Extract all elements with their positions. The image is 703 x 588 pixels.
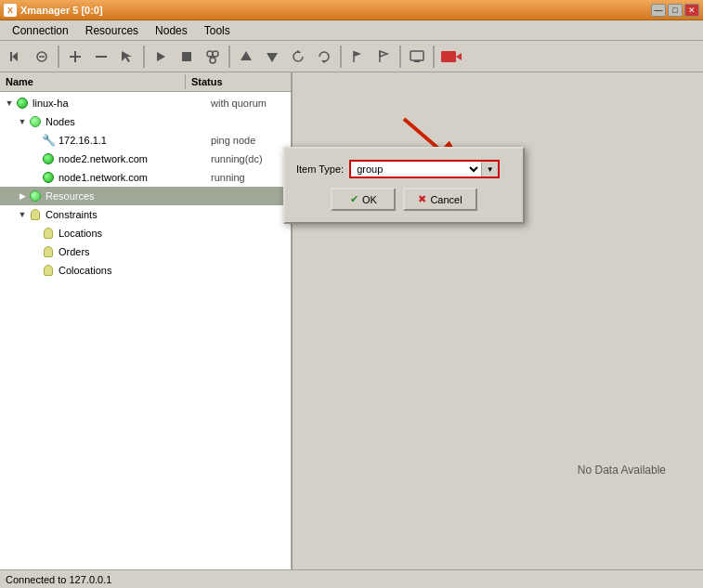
svg-marker-21 xyxy=(380,51,387,57)
toolbar-nodes[interactable] xyxy=(201,45,225,69)
cancel-button[interactable]: ✖ Cancel xyxy=(403,188,476,211)
status-node1: running xyxy=(207,172,291,183)
icon-nodes xyxy=(28,114,43,129)
svg-marker-19 xyxy=(354,51,361,57)
main-area: Name Status ▼ linux-ha with quorum ▼ Nod… xyxy=(0,72,703,569)
status-node2: running(dc) xyxy=(207,153,291,164)
icon-172: 🔧 xyxy=(41,133,56,148)
toolbar-add[interactable] xyxy=(63,45,87,69)
menu-resources[interactable]: Resources xyxy=(77,21,147,40)
expand-arrow-resources: ▶ xyxy=(17,191,28,201)
tree-item-orders[interactable]: Orders xyxy=(0,242,291,261)
toolbar-remove[interactable] xyxy=(89,45,113,69)
ok-button[interactable]: ✔ OK xyxy=(331,188,396,211)
toolbar-sep-3 xyxy=(228,46,230,68)
status-linux-ha: with quorum xyxy=(207,98,291,109)
expand-arrow-linux-ha: ▼ xyxy=(4,98,15,108)
tree-item-nodes[interactable]: ▼ Nodes xyxy=(0,112,291,131)
menu-connection[interactable]: Connection xyxy=(4,21,77,40)
expand-arrow-constraints: ▼ xyxy=(17,210,28,219)
toolbar-sep-2 xyxy=(143,46,145,68)
svg-rect-25 xyxy=(441,51,456,62)
maximize-button[interactable]: □ xyxy=(668,4,683,17)
tree-item-resources[interactable]: ▶ Resources xyxy=(0,187,291,205)
menu-nodes[interactable]: Nodes xyxy=(147,21,196,40)
dialog-select-container[interactable]: group primitive clone master ▼ xyxy=(349,160,500,178)
icon-orders xyxy=(41,244,56,259)
icon-node2 xyxy=(41,151,56,166)
close-button[interactable]: ✕ xyxy=(684,4,699,17)
tree-item-colocations[interactable]: Colocations xyxy=(0,261,291,280)
title-bar-left: X Xmanager 5 [0:0] xyxy=(4,4,103,17)
cancel-label: Cancel xyxy=(430,194,462,205)
toolbar-sep-4 xyxy=(340,46,342,68)
svg-marker-26 xyxy=(456,53,462,60)
svg-marker-18 xyxy=(321,60,327,63)
tree-item-locations[interactable]: Locations xyxy=(0,224,291,242)
tree-header: Name Status xyxy=(0,72,291,92)
toolbar-up[interactable] xyxy=(234,45,258,69)
tree-panel: Name Status ▼ linux-ha with quorum ▼ Nod… xyxy=(0,72,293,569)
label-locations: Locations xyxy=(59,228,207,239)
ok-label: OK xyxy=(362,194,377,205)
svg-point-10 xyxy=(207,51,213,57)
tree-item-node2[interactable]: node2.network.com running(dc) xyxy=(0,150,291,168)
label-constraints: Constraints xyxy=(46,209,207,220)
title-bar: X Xmanager 5 [0:0] — □ ✕ xyxy=(0,0,703,20)
minimize-button[interactable]: — xyxy=(651,4,666,17)
toolbar-cursor[interactable] xyxy=(115,45,139,69)
toolbar-sep-1 xyxy=(58,46,59,68)
label-nodes: Nodes xyxy=(46,116,207,127)
status-text: Connected to 127.0.0.1 xyxy=(6,574,111,585)
svg-marker-17 xyxy=(295,50,301,53)
svg-marker-15 xyxy=(241,51,252,60)
no-data-text: No Data Available xyxy=(578,464,666,477)
tree-item-linux-ha[interactable]: ▼ linux-ha with quorum xyxy=(0,94,291,112)
dialog-overlay: Item Type: group primitive clone master … xyxy=(293,72,703,569)
icon-resources xyxy=(28,189,43,203)
tree-item-constraints[interactable]: ▼ Constraints xyxy=(0,205,291,224)
menu-bar: Connection Resources Nodes Tools xyxy=(0,20,703,41)
svg-rect-1 xyxy=(10,52,12,61)
status-bar: Connected to 127.0.0.1 xyxy=(0,569,703,588)
toolbar-nav-next[interactable] xyxy=(30,45,54,69)
svg-marker-0 xyxy=(12,52,18,61)
ok-icon: ✔ xyxy=(350,193,358,205)
toolbar-exit[interactable] xyxy=(438,45,462,69)
toolbar-refresh1[interactable] xyxy=(286,45,310,69)
toolbar-nav-prev[interactable] xyxy=(4,45,28,69)
toolbar-flag1[interactable] xyxy=(345,45,370,69)
svg-rect-23 xyxy=(410,51,423,60)
select-dropdown-arrow[interactable]: ▼ xyxy=(481,162,498,176)
menu-tools[interactable]: Tools xyxy=(196,21,239,40)
icon-constraints xyxy=(28,207,43,222)
toolbar-sep-5 xyxy=(399,46,401,68)
label-node1: node1.network.com xyxy=(59,172,207,183)
svg-marker-16 xyxy=(267,53,278,62)
dialog-type-label: Item Type: xyxy=(296,163,344,175)
label-node2: node2.network.com xyxy=(59,153,207,164)
tree-item-node1[interactable]: node1.network.com running xyxy=(0,168,291,187)
icon-colocations xyxy=(41,263,56,278)
expand-arrow-nodes: ▼ xyxy=(17,117,28,126)
dialog-type-row: Item Type: group primitive clone master … xyxy=(296,160,512,178)
icon-node1 xyxy=(41,170,56,185)
toolbar-monitor[interactable] xyxy=(405,45,429,69)
svg-marker-7 xyxy=(122,51,132,62)
col-name: Name xyxy=(0,74,186,89)
toolbar-down[interactable] xyxy=(260,45,284,69)
toolbar-stop[interactable] xyxy=(175,45,199,69)
svg-line-13 xyxy=(210,57,213,58)
dialog-buttons: ✔ OK ✖ Cancel xyxy=(296,188,512,211)
right-panel: Item Type: group primitive clone master … xyxy=(293,72,703,569)
toolbar-sep-6 xyxy=(433,46,435,68)
toolbar-play[interactable] xyxy=(149,45,173,69)
toolbar-flag2[interactable] xyxy=(371,45,396,69)
toolbar xyxy=(0,41,703,72)
item-type-select[interactable]: group primitive clone master xyxy=(351,162,481,176)
dialog-box: Item Type: group primitive clone master … xyxy=(283,147,525,224)
tree-item-172[interactable]: 🔧 172.16.1.1 ping node xyxy=(0,131,291,150)
svg-point-11 xyxy=(213,51,218,57)
status-172: ping node xyxy=(207,135,291,146)
toolbar-refresh2[interactable] xyxy=(312,45,336,69)
